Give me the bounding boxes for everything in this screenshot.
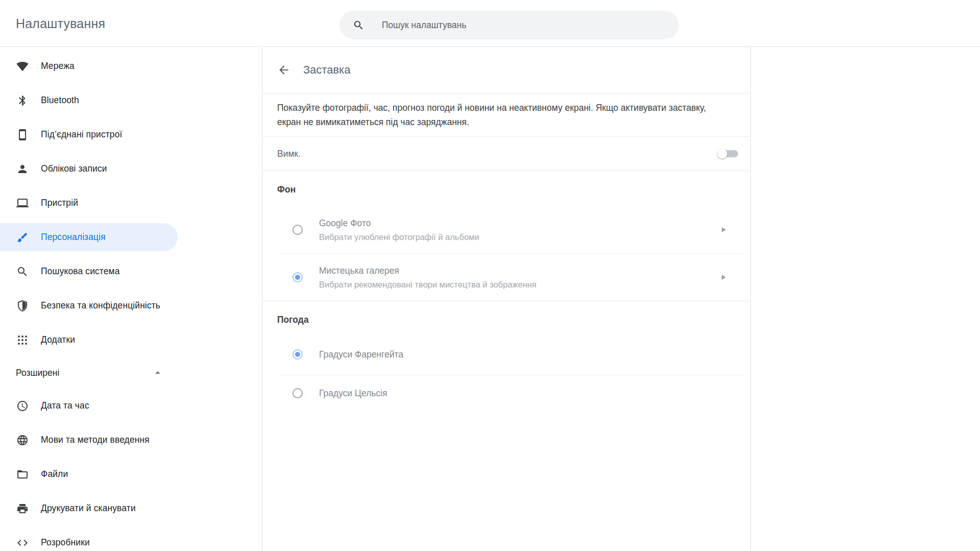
advanced-label: Розширені xyxy=(16,368,59,378)
brush-icon xyxy=(16,231,29,244)
screensaver-power-row: Вимк. xyxy=(262,137,750,171)
sidebar-item-label: Мови та методи введення xyxy=(41,435,150,445)
search-icon xyxy=(353,19,364,31)
wifi-icon xyxy=(16,60,29,73)
search-engine-icon xyxy=(16,266,29,278)
radio-art-gallery[interactable] xyxy=(292,272,303,282)
option-subtitle: Вибрати рекомендовані твори мистецтва й … xyxy=(319,280,536,290)
option-google-photos[interactable]: Google Фото Вибрати улюблені фотографії … xyxy=(262,206,750,253)
radio-fahrenheit[interactable] xyxy=(292,349,303,360)
sidebar-item-label: Bluetooth xyxy=(41,95,79,106)
sidebar-item-security-privacy[interactable]: Безпека та конфіденційність xyxy=(0,289,178,323)
sidebar-item-label: Розробники xyxy=(41,537,90,548)
page-header: Заставка xyxy=(262,47,750,93)
sidebar-item-label: Дата та час xyxy=(41,400,89,411)
page-title: Заставка xyxy=(303,63,351,77)
sidebar-item-print-scan[interactable]: Друкувати й сканувати xyxy=(0,491,178,525)
sidebar-item-label: Друкувати й сканувати xyxy=(41,503,136,514)
search-input[interactable] xyxy=(382,20,647,31)
option-title: Градуси Цельсія xyxy=(319,388,387,399)
person-icon xyxy=(16,163,29,175)
sidebar-item-label: Безпека та конфіденційність xyxy=(41,300,160,311)
sidebar-item-label: Файли xyxy=(41,469,68,480)
collapse-caret-icon xyxy=(152,367,163,378)
option-text: Google Фото Вибрати улюблені фотографії … xyxy=(319,218,479,242)
sidebar-item-label: Додатки xyxy=(41,334,75,345)
back-arrow-icon xyxy=(277,63,290,77)
top-header: Налаштування xyxy=(0,0,980,47)
bluetooth-icon xyxy=(16,94,29,107)
option-subtitle: Вибрати улюблені фотографії й альбоми xyxy=(319,232,479,242)
sidebar-item-label: Пристрій xyxy=(41,198,78,208)
radio-celsius[interactable] xyxy=(292,388,303,398)
folder-icon xyxy=(16,468,29,481)
option-text: Мистецька галерея Вибрати рекомендовані … xyxy=(319,266,536,290)
sidebar-item-label: Персоналізація xyxy=(41,232,106,243)
sidebar-item-label: Облікові записи xyxy=(41,163,107,174)
globe-icon xyxy=(16,434,29,446)
toggle-state-label: Вимк. xyxy=(277,149,301,159)
sidebar-item-device[interactable]: Пристрій xyxy=(0,186,178,220)
sidebar-item-date-time[interactable]: Дата та час xyxy=(0,389,178,423)
radio-google-photos[interactable] xyxy=(292,225,303,235)
apps-grid-icon xyxy=(16,334,29,346)
option-title: Google Фото xyxy=(319,218,479,229)
sidebar-item-label: Під’єднані пристрої xyxy=(41,129,122,140)
chevron-right-icon xyxy=(722,274,726,280)
sidebar-item-label: Пошукова система xyxy=(41,266,120,277)
printer-icon xyxy=(16,502,29,515)
sidebar-item-accounts[interactable]: Облікові записи xyxy=(0,152,178,186)
sidebar-item-search-engine[interactable]: Пошукова система xyxy=(0,254,178,289)
sidebar-item-label: Мережа xyxy=(41,61,75,71)
sidebar-item-personalization[interactable]: Персоналізація xyxy=(0,220,178,254)
sidebar-item-languages-input[interactable]: Мови та методи введення xyxy=(0,423,178,457)
app-title: Налаштування xyxy=(16,0,105,47)
sidebar-item-bluetooth[interactable]: Bluetooth xyxy=(0,83,178,117)
section-heading-background: Фон xyxy=(262,171,750,206)
sidebar-item-network[interactable]: Мережа xyxy=(0,49,178,83)
section-heading-weather: Погода xyxy=(262,301,750,334)
settings-search[interactable] xyxy=(339,11,679,39)
sidebar-item-connected-devices[interactable]: Під’єднані пристрої xyxy=(0,117,178,152)
laptop-icon xyxy=(16,197,29,209)
screensaver-toggle[interactable] xyxy=(717,149,738,159)
screensaver-settings-panel: Заставка Показуйте фотографії, час, прог… xyxy=(262,47,751,551)
back-button[interactable] xyxy=(277,63,290,77)
advanced-section-toggle[interactable]: Розширені xyxy=(0,357,178,389)
option-title: Мистецька галерея xyxy=(319,266,536,276)
screensaver-description: Показуйте фотографії, час, прогноз погод… xyxy=(262,93,750,137)
smartphone-icon xyxy=(16,129,29,141)
code-icon xyxy=(16,537,29,549)
option-art-gallery[interactable]: Мистецька галерея Вибрати рекомендовані … xyxy=(262,254,750,301)
toggle-knob xyxy=(717,149,727,159)
shield-icon xyxy=(16,300,29,312)
option-celsius[interactable]: Градуси Цельсія xyxy=(262,375,750,411)
option-fahrenheit[interactable]: Градуси Фаренгейта xyxy=(262,334,750,375)
sidebar-item-files[interactable]: Файли xyxy=(0,457,178,491)
settings-menu: Мережа Bluetooth Під’єднані пристрої Обл… xyxy=(0,47,262,551)
option-title: Градуси Фаренгейта xyxy=(319,349,403,360)
clock-icon xyxy=(16,400,29,412)
sidebar-item-developers[interactable]: Розробники xyxy=(0,525,178,551)
chevron-right-icon xyxy=(722,227,726,233)
sidebar-item-apps[interactable]: Додатки xyxy=(0,323,178,357)
